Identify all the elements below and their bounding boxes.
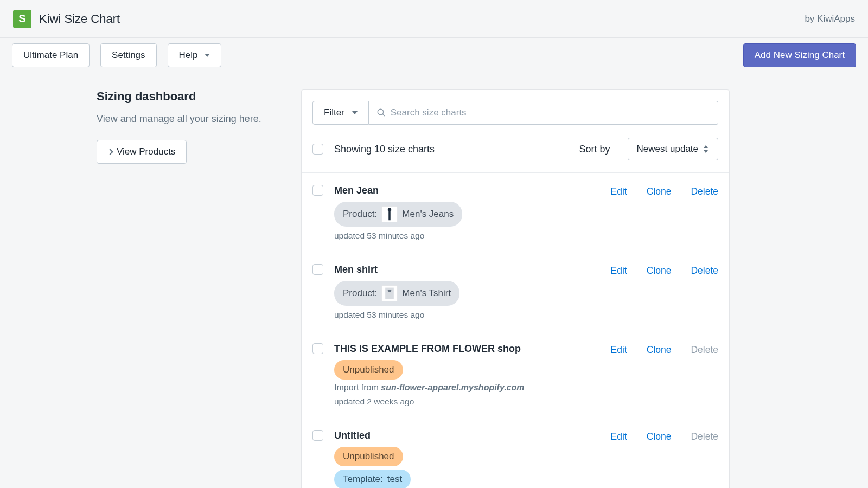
row-checkbox[interactable] [312,343,323,354]
row-main: Men Jean Product: Men's Jeans updated 53… [334,185,600,241]
ultimate-plan-button[interactable]: Ultimate Plan [12,43,90,67]
svg-point-0 [378,109,384,115]
actionbar: Ultimate Plan Settings Help Add New Sizi… [0,38,868,73]
sort-by-label: Sort by [579,144,610,155]
row-checkbox[interactable] [312,185,323,196]
table-row: Untitled Unpublished Template: test Impo… [302,418,729,488]
delete-link[interactable]: Delete [691,186,718,241]
sizing-charts-card: Filter Showing 10 size charts Sort by Ne… [301,89,730,488]
unpublished-badge: Unpublished [334,360,403,380]
view-products-label: View Products [117,146,175,157]
topbar: S Kiwi Size Chart by KiwiApps [0,0,868,38]
import-prefix: Import from [334,383,379,392]
settings-button[interactable]: Settings [100,43,156,67]
delete-link: Delete [691,431,718,488]
unpublished-badge: Unpublished [334,447,403,466]
view-products-button[interactable]: View Products [97,140,187,164]
select-all-checkbox[interactable] [312,144,323,155]
import-line: Import from sun-flower-apparel.myshopify… [334,383,600,393]
edit-link[interactable]: Edit [611,186,627,241]
table-row: Men Jean Product: Men's Jeans updated 53… [302,172,729,252]
caret-down-icon [352,111,358,114]
search-icon [376,108,386,118]
page-title: Sizing dashboard [97,89,279,104]
delete-link: Delete [691,344,718,407]
sidebar: Sizing dashboard View and manage all you… [0,89,301,488]
row-main: Men shirt Product: Men's Tshirt updated … [334,264,600,320]
edit-link[interactable]: Edit [611,265,627,320]
product-name: Men's Jeans [402,209,454,220]
template-badge: Template: test [334,470,411,488]
product-badge-prefix: Product: [343,288,377,299]
search-wrap [369,101,718,125]
product-badge: Product: Men's Tshirt [334,281,459,306]
updated-text: updated 53 minutes ago [334,310,600,320]
add-new-sizing-chart-button[interactable]: Add New Sizing Chart [743,43,856,67]
product-badge-prefix: Product: [343,209,377,220]
help-button[interactable]: Help [168,43,221,67]
chart-title: THIS IS EXAMPLE FROM FLOWER shop [334,343,600,355]
page-subtitle: View and manage all your sizing here. [97,113,279,125]
chart-title: Untitled [334,430,600,441]
main: Sizing dashboard View and manage all you… [0,73,868,488]
chart-title: Men Jean [334,185,600,196]
product-badge: Product: Men's Jeans [334,202,462,227]
sort-value: Newest update [637,144,698,155]
updated-text: updated 53 minutes ago [334,231,600,241]
table-row: Men shirt Product: Men's Tshirt updated … [302,252,729,331]
caret-down-icon [205,54,210,57]
product-thumbnail-icon [381,285,398,301]
list-header: Showing 10 size charts Sort by Newest up… [302,125,729,172]
by-line: by KiwiApps [805,14,855,24]
row-checkbox[interactable] [312,264,323,275]
clone-link[interactable]: Clone [647,431,672,488]
filter-button[interactable]: Filter [312,101,369,125]
product-name: Men's Tshirt [402,288,451,299]
edit-link[interactable]: Edit [611,344,627,407]
delete-link[interactable]: Delete [691,265,718,320]
svg-rect-2 [386,288,394,299]
app-name: Kiwi Size Chart [39,12,120,26]
import-source: sun-flower-apparel.myshopify.com [381,383,524,392]
updated-text: updated 2 weeks ago [334,397,600,407]
sort-select[interactable]: Newest update [628,138,718,160]
svg-line-1 [382,114,385,116]
clone-link[interactable]: Clone [647,265,672,320]
edit-link[interactable]: Edit [611,431,627,488]
clone-link[interactable]: Clone [647,344,672,407]
help-button-label: Help [179,50,198,61]
sort-arrows-icon [704,145,709,153]
filter-label: Filter [324,107,344,118]
row-checkbox[interactable] [312,430,323,441]
template-name: test [387,474,402,485]
brand: S Kiwi Size Chart [13,10,120,28]
template-prefix: Template: [343,474,383,485]
table-row: THIS IS EXAMPLE FROM FLOWER shop Unpubli… [302,331,729,418]
filter-row: Filter [302,90,729,125]
search-input[interactable] [386,101,710,124]
row-main: THIS IS EXAMPLE FROM FLOWER shop Unpubli… [334,343,600,407]
app-logo-icon: S [13,10,31,28]
clone-link[interactable]: Clone [647,186,672,241]
row-main: Untitled Unpublished Template: test Impo… [334,430,600,488]
showing-count: Showing 10 size charts [334,144,569,155]
chevron-right-icon [107,149,113,155]
chart-title: Men shirt [334,264,600,275]
product-thumbnail-icon [381,206,398,222]
